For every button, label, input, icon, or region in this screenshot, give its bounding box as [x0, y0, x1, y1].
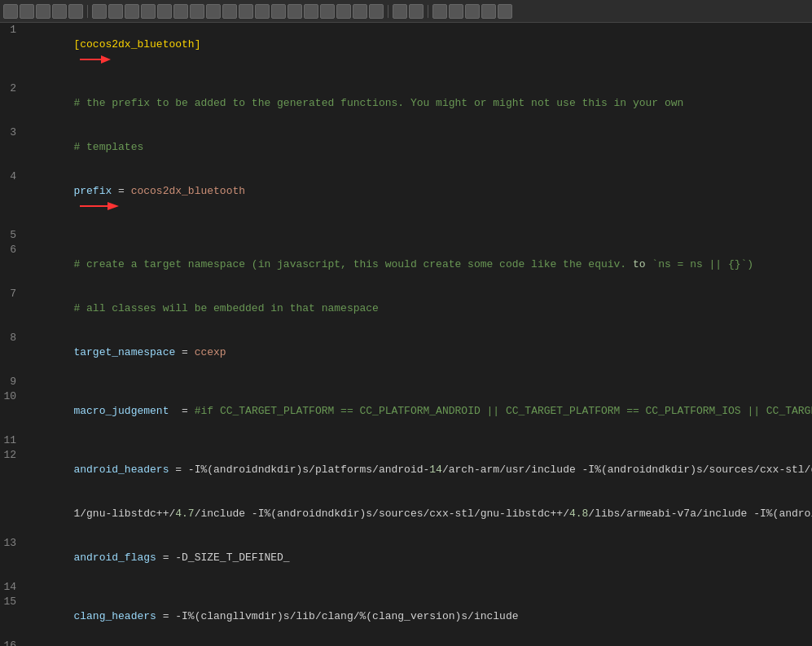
- code-val-4: cocos2dx_bluetooth: [131, 185, 245, 197]
- toolbar-btn-8[interactable]: [125, 4, 139, 19]
- line-content-12: android_headers = -I%(androidndkdir)s/pl…: [23, 448, 812, 492]
- line-number-7: 7: [0, 287, 23, 301]
- line-content-7: # all classes will be embedded in that n…: [23, 287, 812, 331]
- toolbar-btn-14[interactable]: [222, 4, 237, 19]
- code-val-8: ccexp: [195, 346, 226, 358]
- toolbar-btn-27[interactable]: [449, 4, 463, 19]
- code-comment-7: # all classes will be embedded in that n…: [73, 302, 378, 314]
- toolbar-btn-1[interactable]: [3, 4, 18, 19]
- code-key-8: target_namespace: [73, 346, 175, 358]
- code-comment-3: # templates: [73, 141, 143, 153]
- toolbar-btn-11[interactable]: [173, 4, 188, 19]
- toolbar-btn-21[interactable]: [336, 4, 351, 19]
- code-key-13: android_flags: [73, 552, 156, 564]
- toolbar-btn-29[interactable]: [481, 4, 496, 19]
- toolbar-btn-22[interactable]: [353, 4, 367, 19]
- toolbar-btn-3[interactable]: [36, 4, 50, 19]
- toolbar-btn-15[interactable]: [239, 4, 253, 19]
- code-line-13: 13 android_flags = -D_SIZE_T_DEFINED_: [0, 536, 812, 580]
- toolbar-btn-18[interactable]: [287, 4, 302, 19]
- code-line-16: 16 clang_flags = -nostdinc -x c++ -std=c…: [0, 639, 812, 646]
- line-content-2: # the prefix to be added to the generate…: [23, 81, 812, 125]
- code-bracket: [cocos2dx_bluetooth]: [73, 38, 200, 51]
- toolbar-btn-16[interactable]: [255, 4, 270, 19]
- code-key-12: android_headers: [73, 464, 169, 476]
- line-number-13: 13: [0, 536, 23, 551]
- arrow-icon-1: [78, 54, 111, 65]
- toolbar-btn-26[interactable]: [432, 4, 447, 19]
- code-line-6: 6 # create a target namespace (in javasc…: [0, 243, 812, 287]
- code-line-5: 5: [0, 228, 812, 243]
- toolbar[interactable]: [0, 0, 812, 23]
- toolbar-btn-20[interactable]: [320, 4, 335, 19]
- code-line-12: 12 android_headers = -I%(androidndkdir)s…: [0, 448, 812, 492]
- code-line-1: 1 [cocos2dx_bluetooth]: [0, 23, 812, 81]
- toolbar-btn-24[interactable]: [393, 4, 407, 19]
- line-content-3: # templates: [23, 125, 812, 169]
- line-content-4: prefix = cocos2dx_bluetooth: [23, 169, 812, 228]
- toolbar-btn-13[interactable]: [206, 4, 221, 19]
- line-content-14: [23, 580, 812, 595]
- code-eq-4: =: [112, 185, 130, 197]
- toolbar-btn-6[interactable]: [92, 4, 107, 19]
- toolbar-btn-23[interactable]: [369, 4, 384, 19]
- line-number-5: 5: [0, 228, 23, 243]
- arrow-icon-4: [78, 200, 119, 212]
- code-line-10: 10 macro_judgement = #if CC_TARGET_PLATF…: [0, 389, 812, 433]
- line-content-12-cont: 1/gnu-libstdc++/4.7/include -I%(androidn…: [23, 492, 812, 536]
- line-content-10: macro_judgement = #if CC_TARGET_PLATFORM…: [23, 389, 812, 433]
- toolbar-btn-2[interactable]: [20, 4, 34, 19]
- toolbar-btn-5[interactable]: [68, 4, 83, 19]
- toolbar-btn-12[interactable]: [190, 4, 204, 19]
- toolbar-btn-17[interactable]: [271, 4, 286, 19]
- line-number-6: 6: [0, 243, 23, 257]
- line-content-8: target_namespace = ccexp: [23, 331, 812, 375]
- code-line-12-cont: 12 1/gnu-libstdc++/4.7/include -I%(andro…: [0, 492, 812, 536]
- code-line-3: 3 # templates: [0, 125, 812, 169]
- toolbar-btn-19[interactable]: [304, 4, 318, 19]
- line-content-15: clang_headers = -I%(clangllvmdir)s/lib/c…: [23, 595, 812, 639]
- line-content-1: [cocos2dx_bluetooth]: [23, 23, 812, 81]
- line-content-16: clang_flags = -nostdinc -x c++ -std=c++1…: [23, 639, 812, 646]
- code-line-15: 15 clang_headers = -I%(clangllvmdir)s/li…: [0, 595, 812, 639]
- code-line-11: 11: [0, 433, 812, 448]
- code-comment-2: # the prefix to be added to the generate…: [73, 97, 683, 109]
- code-line-14: 14: [0, 580, 812, 595]
- code-comment-6: # create a target namespace (in javascri…: [73, 258, 753, 270]
- line-number-1: 1: [0, 23, 23, 37]
- toolbar-sep-2: [388, 5, 388, 18]
- code-eq-8: =: [175, 346, 194, 358]
- line-content-6: # create a target namespace (in javascri…: [23, 243, 812, 287]
- toolbar-btn-28[interactable]: [465, 4, 480, 19]
- toolbar-sep-3: [428, 5, 428, 18]
- toolbar-sep-1: [87, 5, 88, 18]
- line-number-9: 9: [0, 375, 23, 389]
- line-content-13: android_flags = -D_SIZE_T_DEFINED_: [23, 536, 812, 580]
- svg-marker-1: [101, 55, 111, 64]
- code-key-10: macro_judgement: [73, 405, 169, 417]
- line-number-11: 11: [0, 433, 23, 448]
- toolbar-btn-10[interactable]: [157, 4, 172, 19]
- svg-marker-3: [108, 202, 119, 210]
- line-content-5: [23, 228, 812, 243]
- line-number-10: 10: [0, 389, 23, 404]
- code-editor: 1 [cocos2dx_bluetooth] 2 # the prefix to…: [0, 0, 812, 646]
- code-line-9: 9: [0, 375, 812, 389]
- toolbar-btn-7[interactable]: [108, 4, 123, 19]
- code-line-2: 2 # the prefix to be added to the genera…: [0, 81, 812, 125]
- line-number-4: 4: [0, 169, 23, 184]
- line-content-9: [23, 375, 812, 389]
- line-number-12-cont: 12: [0, 492, 23, 507]
- line-content-11: [23, 433, 812, 448]
- toolbar-btn-25[interactable]: [409, 4, 424, 19]
- line-number-3: 3: [0, 125, 23, 140]
- code-content: 1 [cocos2dx_bluetooth] 2 # the prefix to…: [0, 23, 812, 646]
- line-number-15: 15: [0, 595, 23, 609]
- code-line-8: 8 target_namespace = ccexp: [0, 331, 812, 375]
- toolbar-btn-4[interactable]: [52, 4, 67, 19]
- code-line-7: 7 # all classes will be embedded in that…: [0, 287, 812, 331]
- toolbar-btn-9[interactable]: [141, 4, 156, 19]
- toolbar-btn-30[interactable]: [498, 4, 512, 19]
- code-key-15: clang_headers: [73, 610, 156, 622]
- line-number-8: 8: [0, 331, 23, 345]
